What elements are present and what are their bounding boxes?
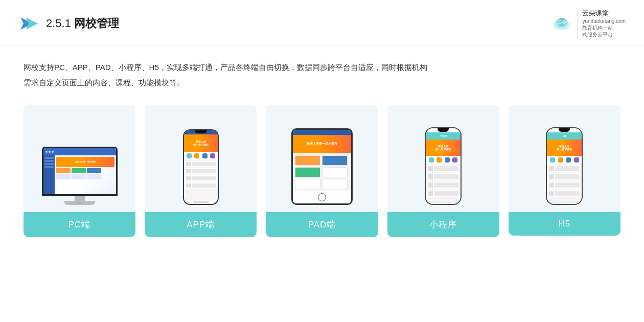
mp-topbar-text: 小程序	[440, 134, 447, 137]
pl-line	[192, 162, 216, 166]
phone-screen: 轻进人的第一堂AI课程	[184, 130, 218, 204]
pl-line	[192, 183, 216, 188]
h5-thumb	[549, 191, 554, 196]
page-wrapper: 2.5.1 网校管理 云朵 云朵课堂 yunduoketang.com 教育机构…	[0, 0, 644, 322]
description: 网校支持PC、APP、PAD、小程序、H5，实现多端打通，产品各终端自由切换，数…	[24, 60, 620, 90]
mpi-icon	[436, 157, 442, 163]
pl-line	[192, 169, 216, 173]
monitor-main: 轻进人的第一堂AI课程	[55, 155, 116, 194]
mm-banner: 轻进人的第一堂AI课程	[56, 157, 114, 167]
mm-cell	[87, 174, 101, 179]
h5-banner: 轻进人的第一堂AI课程	[547, 140, 582, 156]
monitor-sidebar	[43, 155, 55, 194]
h5-icon	[558, 157, 563, 163]
mp-banner-text: 轻进人的第一堂AI课程	[434, 145, 452, 151]
h5-icons-row	[547, 156, 582, 164]
mp-banner: 轻进人的第一堂AI课程	[426, 140, 461, 156]
logo-arrow-icon	[18, 13, 39, 34]
ph-icon	[194, 153, 199, 158]
monitor-screen-top	[43, 148, 116, 155]
mp-bottombar	[426, 201, 461, 204]
h5-row	[548, 173, 581, 180]
ph-icon	[187, 153, 192, 158]
card-app: 轻进人的第一堂AI课程	[145, 105, 257, 237]
ms-item	[44, 157, 54, 159]
brand-text-block: 云朵课堂 yunduoketang.com 教育机构一站 式服务云平台	[578, 9, 626, 38]
mpi-icon	[445, 157, 450, 163]
pad-topbar	[293, 130, 351, 135]
pad-cell	[322, 155, 348, 166]
pad-cell	[295, 167, 320, 177]
mp-thumb2	[428, 174, 433, 179]
mp-list	[426, 164, 461, 201]
pl-row	[185, 168, 217, 174]
h5-icon	[574, 157, 579, 163]
cloud-icon: 云朵	[551, 14, 572, 33]
dot3	[52, 151, 54, 153]
phone-banner-text: 轻进人的第一堂AI课程	[192, 140, 210, 146]
pad-cell	[322, 167, 348, 177]
monitor-neck	[75, 196, 85, 201]
mp-thumb2	[428, 182, 433, 188]
mp-row	[427, 181, 459, 189]
card-mini-label: 小程序	[387, 212, 499, 237]
pad-banner: 轻进人的第一堂AI课程	[293, 135, 351, 153]
h5-icon	[550, 157, 555, 163]
h5-line	[555, 182, 580, 188]
mp-line2	[434, 166, 458, 171]
mp-line2	[434, 174, 458, 179]
pad-cell	[295, 179, 320, 189]
h5-bottombar	[547, 201, 582, 204]
ph-icon	[202, 153, 208, 158]
pl-thumb	[186, 176, 191, 180]
mp-thumb2	[428, 191, 433, 196]
brand-sub2: 式服务云平台	[582, 32, 613, 37]
pad-screen: 轻进人的第一堂AI课程	[293, 130, 351, 203]
h5-phone-notch	[559, 128, 570, 132]
dot1	[45, 151, 48, 153]
card-app-label: APP端	[145, 212, 257, 237]
card-h5-label: H5	[509, 212, 620, 236]
mp-icons-row	[426, 156, 461, 164]
phone-list	[184, 160, 218, 200]
phone-home-bar	[193, 201, 209, 203]
description-line1: 网校支持PC、APP、PAD、小程序、H5，实现多端打通，产品各终端自由切换，数…	[24, 60, 620, 75]
pl-row	[185, 161, 217, 167]
mp-row	[427, 173, 459, 180]
h5-list	[547, 164, 582, 201]
card-pad: 轻进人的第一堂AI课程	[266, 105, 378, 237]
ms-item	[44, 163, 54, 165]
mp-line2	[434, 191, 458, 196]
ph-icon	[210, 153, 215, 158]
dot2	[49, 151, 51, 153]
h5-line	[555, 174, 580, 179]
mp-row	[427, 190, 459, 197]
h5-phone-screen: H5 轻进人的第一堂AI课程	[547, 128, 582, 204]
mpi-icon	[429, 157, 434, 163]
card-pad-label: PAD端	[266, 212, 378, 237]
h5-row	[548, 190, 581, 197]
miniphone-notch	[438, 128, 449, 132]
header-left: 2.5.1 网校管理	[18, 13, 119, 34]
h5-topbar: H5	[547, 132, 582, 140]
card-pc-label: PC端	[24, 212, 135, 237]
brand-domain: yunduoketang.com	[582, 18, 626, 24]
content-area: 网校支持PC、APP、PAD、小程序、H5，实现多端打通，产品各终端自由切换，数…	[0, 45, 644, 322]
monitor-screen-body: 轻进人的第一堂AI课程	[43, 155, 116, 194]
pl-thumb	[186, 169, 191, 173]
miniphone-frame: 小程序 轻进人的第一堂AI课程	[425, 127, 462, 205]
monitor-base	[64, 201, 95, 205]
pl-line	[192, 176, 216, 180]
monitor-screen: 轻进人的第一堂AI课程	[43, 148, 116, 194]
pl-row	[185, 182, 217, 189]
mpi-icon	[452, 157, 457, 163]
pc-monitor: 轻进人的第一堂AI课程	[42, 147, 118, 205]
pl-thumb	[186, 183, 191, 188]
h5-banner-text: 轻进人的第一堂AI课程	[555, 145, 573, 151]
pad-cell	[295, 155, 320, 166]
ms-item	[44, 160, 54, 162]
svg-text:云朵: 云朵	[557, 20, 567, 25]
h5-thumb	[549, 166, 554, 171]
mp-line2	[434, 182, 458, 188]
mm-cell	[56, 174, 71, 179]
